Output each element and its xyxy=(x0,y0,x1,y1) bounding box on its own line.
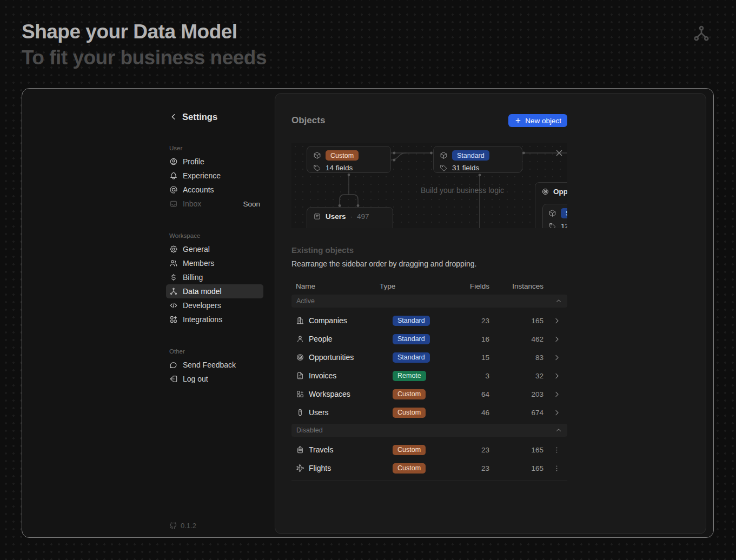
diagram-node-standard[interactable]: Standard 31 fields xyxy=(433,146,522,173)
section-label-other: Other xyxy=(169,344,260,355)
group-header-active[interactable]: Active xyxy=(291,295,567,308)
row-menu-button[interactable] xyxy=(547,446,563,454)
sidebar-item-profile[interactable]: Profile xyxy=(166,155,263,169)
table-row-opportunities[interactable]: Opportunities Standard 15 83 xyxy=(291,348,567,366)
sidebar-item-send-feedback[interactable]: Send Feedback xyxy=(166,358,263,372)
hierarchy-icon xyxy=(169,287,178,296)
row-instances: 83 xyxy=(489,354,543,362)
settings-back-button[interactable]: Settings xyxy=(169,110,260,123)
sidebar-item-label: Accounts xyxy=(183,185,214,194)
version-number: 0.1.2 xyxy=(181,522,196,530)
row-fields: 46 xyxy=(463,409,489,417)
sidebar-item-accounts[interactable]: Accounts xyxy=(166,183,263,197)
dots-vertical-icon xyxy=(553,464,561,472)
section-label-user: User xyxy=(169,141,260,151)
settings-window: Settings User Profile Experience Account… xyxy=(22,88,714,538)
plus-icon xyxy=(514,117,522,124)
active-rows: Companies Standard 23 165 People Standar… xyxy=(291,311,567,422)
table-row-travels[interactable]: Travels Custom 23 165 xyxy=(291,441,567,459)
sidebar-item-data-model[interactable]: Data model xyxy=(166,284,263,298)
type-badge: Standard xyxy=(393,334,430,344)
chevron-left-icon xyxy=(169,112,178,121)
diagram-node-users[interactable]: Users · 497 xyxy=(307,207,393,228)
diagram-node-custom[interactable]: Custom 14 fields xyxy=(307,146,391,173)
type-badge: Custom xyxy=(393,463,426,474)
row-open-button[interactable] xyxy=(547,317,563,325)
table-row-invoices[interactable]: Invoices Remote 3 32 xyxy=(291,366,567,385)
row-instances: 674 xyxy=(489,409,543,417)
new-object-button[interactable]: New object xyxy=(508,114,567,127)
objects-table: Name Type Fields Instances Active Compan… xyxy=(291,279,567,481)
existing-objects-subtitle: Rearrange the sidebar order by dragging … xyxy=(291,259,567,268)
chevron-up-icon[interactable] xyxy=(555,297,562,305)
chevron-right-icon xyxy=(553,354,561,362)
message-icon xyxy=(169,361,178,369)
users-node-icon xyxy=(313,212,321,221)
sidebar-item-experience[interactable]: Experience xyxy=(166,169,263,183)
panel-title: Objects xyxy=(291,115,325,126)
sidebar-item-label: Inbox xyxy=(183,199,201,208)
apps-icon xyxy=(169,315,178,324)
sidebar-item-billing[interactable]: Billing xyxy=(166,270,263,284)
at-sign-icon xyxy=(169,185,178,194)
page-title: Shape your Data Model xyxy=(22,21,237,43)
app-version: 0.1.2 xyxy=(169,522,196,530)
row-name: Users xyxy=(309,408,393,417)
sidebar-item-label: General xyxy=(183,245,210,254)
table-row-users[interactable]: Users Custom 46 674 xyxy=(291,403,567,422)
sidebar-item-developers[interactable]: Developers xyxy=(166,298,263,312)
mouse-icon xyxy=(296,408,304,417)
row-open-button[interactable] xyxy=(547,335,563,343)
row-instances: 462 xyxy=(489,335,543,343)
logout-icon xyxy=(169,375,178,383)
fields-count: 12 fields xyxy=(561,222,567,228)
luggage-icon xyxy=(296,445,304,454)
row-instances: 32 xyxy=(489,372,543,380)
tag-icon xyxy=(440,164,448,172)
cube-icon xyxy=(313,151,321,159)
table-row-people[interactable]: People Standard 16 462 xyxy=(291,330,567,348)
table-row-flights[interactable]: Flights Custom 23 165 xyxy=(291,459,567,477)
sidebar-item-members[interactable]: Members xyxy=(166,256,263,270)
chevron-right-icon xyxy=(553,409,561,417)
diagram-node-opportunities[interactable]: Opportunities Standard 12 fields xyxy=(535,182,567,228)
diagram-hint: Build your business logic xyxy=(405,186,520,195)
sidebar-item-label: Profile xyxy=(183,157,204,166)
row-fields: 23 xyxy=(463,464,489,472)
row-open-button[interactable] xyxy=(547,409,563,417)
row-name: Invoices xyxy=(309,371,393,380)
cube-icon xyxy=(440,151,448,159)
building-icon xyxy=(296,316,304,325)
table-header: Name Type Fields Instances xyxy=(291,279,567,292)
data-model-diagram[interactable]: Custom 14 fields Standard xyxy=(291,143,567,228)
row-fields: 15 xyxy=(463,354,489,362)
row-open-button[interactable] xyxy=(547,354,563,362)
cube-icon xyxy=(548,209,556,217)
row-open-button[interactable] xyxy=(547,390,563,398)
sidebar-item-label: Members xyxy=(183,259,214,268)
row-instances: 165 xyxy=(489,464,543,472)
sidebar-item-label: Data model xyxy=(183,287,222,296)
settings-sidebar: Settings User Profile Experience Account… xyxy=(169,110,260,386)
type-badge: Standard xyxy=(452,150,489,161)
table-bottom-divider xyxy=(291,481,567,481)
row-open-button[interactable] xyxy=(547,372,563,380)
data-model-icon xyxy=(692,24,711,43)
disabled-rows: Travels Custom 23 165 Flights Custom 23 … xyxy=(291,441,567,477)
group-header-disabled[interactable]: Disabled xyxy=(291,424,567,437)
row-name: People xyxy=(309,335,393,343)
table-row-companies[interactable]: Companies Standard 23 165 xyxy=(291,311,567,330)
row-instances: 165 xyxy=(489,446,543,454)
sidebar-item-integrations[interactable]: Integrations xyxy=(166,312,263,326)
type-badge: Remote xyxy=(393,371,426,381)
sidebar-item-log-out[interactable]: Log out xyxy=(166,372,263,386)
table-row-workspaces[interactable]: Workspaces Custom 64 203 xyxy=(291,385,567,403)
objects-panel: Objects New object xyxy=(275,93,706,534)
chevron-up-icon[interactable] xyxy=(555,426,562,434)
soon-badge: Soon xyxy=(243,200,260,208)
users-icon xyxy=(169,259,178,268)
settings-title: Settings xyxy=(182,112,217,122)
row-menu-button[interactable] xyxy=(547,464,563,472)
sidebar-item-label: Integrations xyxy=(183,315,222,324)
sidebar-item-general[interactable]: General xyxy=(166,242,263,256)
